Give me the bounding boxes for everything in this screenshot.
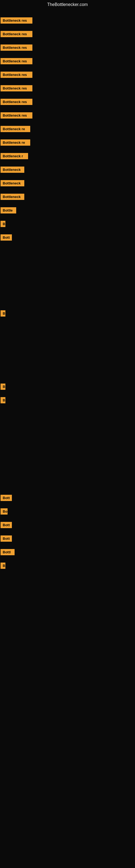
bottleneck-button-4[interactable]: Bottleneck res bbox=[1, 58, 32, 64]
bottleneck-button-21[interactable]: Bott bbox=[1, 495, 12, 501]
bottleneck-button-12[interactable]: Bottleneck bbox=[1, 166, 24, 173]
bottleneck-button-19[interactable]: B bbox=[1, 383, 5, 390]
bottleneck-button-1[interactable]: Bottleneck res bbox=[1, 18, 32, 24]
bottleneck-button-23[interactable]: Bott bbox=[1, 522, 12, 528]
bottleneck-button-20[interactable]: B bbox=[1, 397, 5, 403]
bottleneck-button-8[interactable]: Bottleneck res bbox=[1, 112, 32, 119]
bottleneck-button-26[interactable]: B bbox=[1, 563, 5, 569]
bottleneck-button-3[interactable]: Bottleneck res bbox=[1, 44, 32, 51]
bottleneck-button-25[interactable]: Bottl bbox=[1, 549, 14, 555]
bottleneck-button-5[interactable]: Bottleneck res bbox=[1, 72, 32, 78]
bottleneck-button-6[interactable]: Bottleneck res bbox=[1, 85, 32, 91]
bottleneck-button-18[interactable]: B bbox=[1, 310, 5, 316]
bottleneck-button-2[interactable]: Bottleneck res bbox=[1, 31, 32, 37]
bottleneck-button-16[interactable]: B bbox=[1, 221, 5, 227]
bottleneck-button-9[interactable]: Bottleneck re bbox=[1, 126, 30, 132]
site-title: TheBottlenecker.com bbox=[0, 0, 135, 9]
bottleneck-button-7[interactable]: Bottleneck res bbox=[1, 99, 32, 105]
bottleneck-button-13[interactable]: Bottleneck bbox=[1, 180, 24, 186]
bottleneck-button-14[interactable]: Bottleneck bbox=[1, 194, 24, 200]
bottleneck-button-11[interactable]: Bottleneck r bbox=[1, 153, 28, 159]
bottleneck-button-15[interactable]: Bottle bbox=[1, 207, 16, 214]
bottleneck-button-17[interactable]: Bott bbox=[1, 235, 12, 241]
bottleneck-button-24[interactable]: Bott bbox=[1, 535, 12, 542]
bottleneck-button-22[interactable]: Bo bbox=[1, 508, 8, 515]
bottleneck-button-10[interactable]: Bottleneck re bbox=[1, 140, 30, 146]
